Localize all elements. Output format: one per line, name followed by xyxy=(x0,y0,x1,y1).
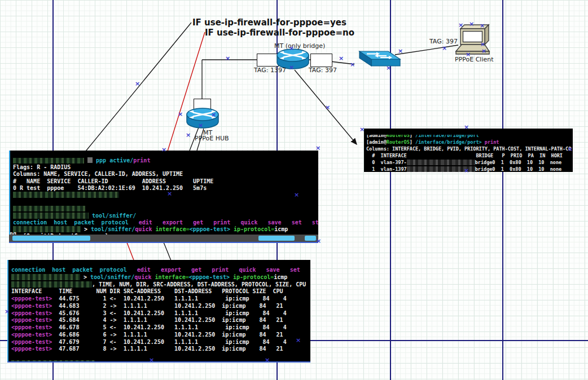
pc-label: PPPoE Client xyxy=(455,56,494,63)
tag-397-switch-label: TAG: 397 xyxy=(309,67,337,74)
tag-397-pc-label: TAG: 397 xyxy=(429,38,458,45)
terminal-ppp-active[interactable]: ppp active/printFlags: R - RADIUSColumns… xyxy=(9,151,318,243)
annotation-if-no: IF use-ip-firewall-for-pppoe=no xyxy=(205,28,354,38)
terminal-bridge-port[interactable]: [admin@RouterOS] /interface/bridge/port[… xyxy=(364,129,573,172)
tag-box-397[interactable] xyxy=(310,54,332,67)
terminal-sniffer[interactable]: connection host packet protocol edit exp… xyxy=(7,260,310,363)
terminal-scrollbar[interactable] xyxy=(9,235,318,242)
diagram-canvas: { "annotations": { "if_yes": "IF use-ip-… xyxy=(0,0,588,380)
tag-1397-label: TAG: 1397 xyxy=(254,67,286,74)
annotation-line-yes xyxy=(86,23,191,151)
arrow-to-bridge-terminal xyxy=(295,70,357,144)
tag-box-1397[interactable] xyxy=(257,54,279,67)
bridge-router-label: MT (only bridge) xyxy=(274,42,325,50)
link-switch-pc xyxy=(395,45,458,55)
hub-label-pppoe-hub: PPPoE HUB xyxy=(195,135,229,142)
annotation-if-yes: IF use-ip-firewall-for-pppoe=yes xyxy=(192,17,346,28)
hub-uplink-box[interactable] xyxy=(194,99,211,111)
